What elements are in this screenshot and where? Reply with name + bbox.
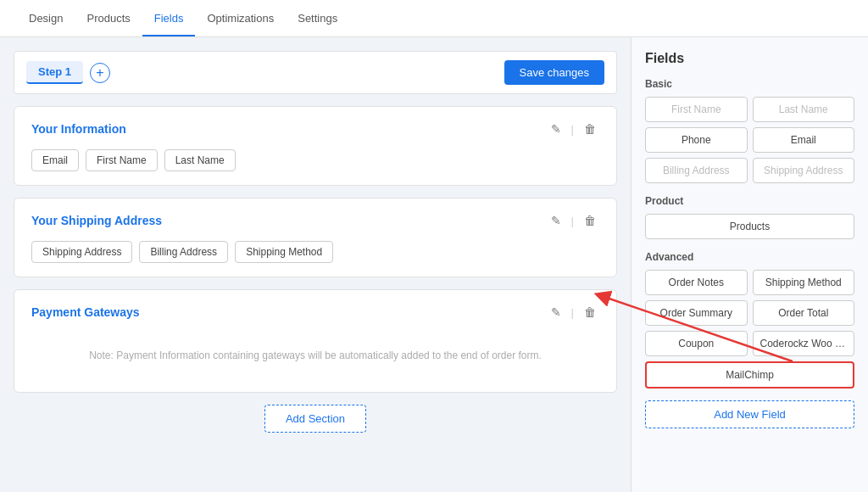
section-your-shipping-address: Your Shipping Address✎|🗑Shipping Address… bbox=[14, 198, 617, 277]
field-chip[interactable]: Shipping Address bbox=[31, 241, 132, 263]
delete-section-button[interactable]: 🗑 bbox=[581, 212, 599, 229]
section-header: Your Shipping Address✎|🗑 bbox=[31, 212, 599, 229]
sidebar-field-btn-last-name[interactable]: Last Name bbox=[753, 97, 855, 122]
step-tab[interactable]: Step 1 bbox=[26, 61, 83, 84]
sidebar-field-btn-phone[interactable]: Phone bbox=[645, 127, 748, 153]
sidebar-field-btn-billing-address[interactable]: Billing Address bbox=[645, 158, 748, 183]
add-step-button[interactable]: + bbox=[90, 63, 110, 83]
field-chip[interactable]: Billing Address bbox=[139, 241, 228, 263]
sections-container: Your Information✎|🗑EmailFirst NameLast N… bbox=[14, 106, 617, 393]
section-your-information: Your Information✎|🗑EmailFirst NameLast N… bbox=[14, 106, 617, 186]
field-chip[interactable]: Email bbox=[31, 149, 79, 171]
delete-section-button[interactable]: 🗑 bbox=[581, 120, 599, 137]
field-chips: Shipping AddressBilling AddressShipping … bbox=[31, 241, 599, 263]
section-actions: ✎|🗑 bbox=[548, 120, 599, 137]
field-chip[interactable]: First Name bbox=[86, 149, 158, 171]
top-nav: DesignProductsFieldsOptimizationsSetting… bbox=[0, 0, 868, 37]
section-title: Your Information bbox=[31, 122, 126, 136]
section-actions: ✎|🗑 bbox=[548, 212, 599, 229]
sidebar-field-grid: Order NotesShipping MethodOrder SummaryO… bbox=[645, 270, 854, 389]
section-title: Your Shipping Address bbox=[31, 214, 162, 227]
content-area: Step 1 + Save changes Your Information✎|… bbox=[0, 37, 631, 492]
delete-section-button[interactable]: 🗑 bbox=[581, 304, 599, 321]
payment-note: Note: Payment Information containing gat… bbox=[31, 333, 599, 378]
nav-item-products[interactable]: Products bbox=[75, 2, 142, 36]
edit-section-button[interactable]: ✎ bbox=[548, 212, 565, 229]
step-bar: Step 1 + Save changes bbox=[14, 51, 617, 94]
save-changes-button[interactable]: Save changes bbox=[504, 60, 604, 85]
sidebar-title: Fields bbox=[645, 51, 854, 66]
sidebar-field-grid: Products bbox=[645, 214, 854, 239]
add-section-wrap: Add Section bbox=[14, 405, 617, 433]
sidebar-field-btn-order-summary[interactable]: Order Summary bbox=[645, 300, 748, 326]
add-section-button[interactable]: Add Section bbox=[264, 405, 366, 433]
sidebar-field-btn-mailchimp[interactable]: MailChimp bbox=[645, 361, 854, 389]
sidebar-sections: BasicFirst NameLast NamePhoneEmailBillin… bbox=[645, 78, 854, 389]
section-title: Payment Gateways bbox=[31, 305, 140, 319]
sidebar-field-btn-products[interactable]: Products bbox=[645, 214, 854, 239]
sidebar-field-btn-shipping-method[interactable]: Shipping Method bbox=[753, 270, 855, 295]
section-actions: ✎|🗑 bbox=[548, 304, 599, 321]
section-header: Your Information✎|🗑 bbox=[31, 120, 599, 137]
sidebar-field-btn-coupon[interactable]: Coupon bbox=[645, 331, 748, 356]
sidebar-section-label: Basic bbox=[645, 78, 854, 90]
nav-item-design[interactable]: Design bbox=[17, 2, 75, 36]
sidebar-field-btn-order-total[interactable]: Order Total bbox=[753, 300, 855, 326]
edit-section-button[interactable]: ✎ bbox=[548, 120, 565, 137]
edit-section-button[interactable]: ✎ bbox=[548, 304, 565, 321]
sidebar-field-grid: First NameLast NamePhoneEmailBilling Add… bbox=[645, 97, 854, 183]
section-payment-gateways: Payment Gateways✎|🗑Note: Payment Informa… bbox=[14, 289, 617, 393]
field-chip[interactable]: Shipping Method bbox=[235, 241, 333, 263]
nav-item-optimizations[interactable]: Optimizations bbox=[195, 2, 286, 36]
fields-sidebar: Fields BasicFirst NameLast NamePhoneEmai… bbox=[631, 37, 868, 492]
nav-item-settings[interactable]: Settings bbox=[286, 2, 349, 36]
sidebar-field-btn-first-name[interactable]: First Name bbox=[645, 97, 748, 122]
field-chips: EmailFirst NameLast Name bbox=[31, 149, 599, 171]
section-header: Payment Gateways✎|🗑 bbox=[31, 304, 599, 321]
sidebar-section-label: Advanced bbox=[645, 251, 854, 263]
sidebar-section-label: Product bbox=[645, 195, 854, 207]
sidebar-field-btn-shipping-address[interactable]: Shipping Address bbox=[753, 158, 855, 183]
sidebar-field-btn-coderockz-woo-delivery[interactable]: Coderockz Woo Delivery bbox=[753, 331, 855, 356]
field-chip[interactable]: Last Name bbox=[164, 149, 236, 171]
sidebar-field-btn-email[interactable]: Email bbox=[753, 127, 855, 153]
nav-item-fields[interactable]: Fields bbox=[142, 2, 196, 36]
add-new-field-button[interactable]: Add New Field bbox=[645, 400, 854, 428]
sidebar-field-btn-order-notes[interactable]: Order Notes bbox=[645, 270, 748, 295]
